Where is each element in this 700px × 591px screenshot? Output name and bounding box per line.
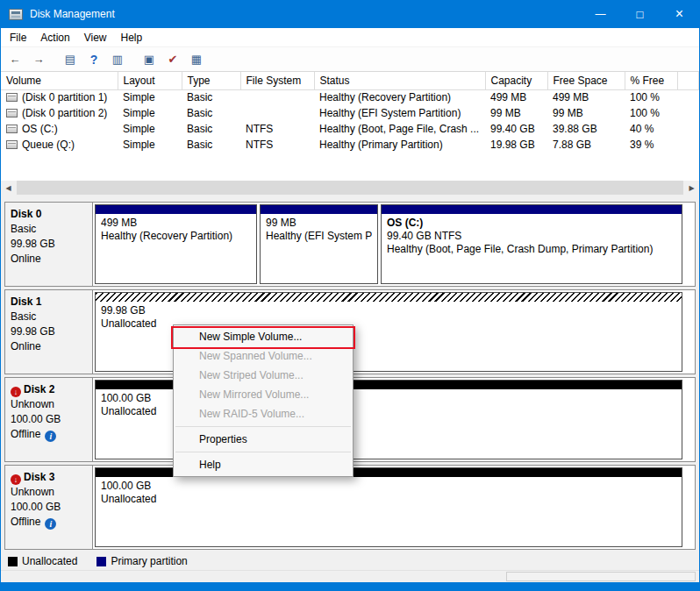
scroll-left-icon[interactable]: ◀ — [1, 181, 16, 195]
disk-2-header[interactable]: ↓Disk 2 Unknown 100.00 GB Offlinei — [5, 378, 93, 461]
cell-free-space: 39.88 GB — [547, 121, 625, 137]
table-empty-area — [1, 153, 699, 181]
disk-name: Disk 1 — [11, 295, 87, 310]
scrollbar-thumb[interactable] — [17, 181, 683, 195]
back-icon[interactable]: ← — [7, 53, 23, 66]
forward-icon[interactable]: → — [31, 53, 46, 66]
col-volume[interactable]: Volume — [1, 72, 118, 89]
table-row[interactable]: (Disk 0 partition 2) Simple Basic Health… — [1, 105, 699, 121]
legend-unallocated: Unallocated — [8, 555, 77, 567]
col-pct-free[interactable]: % Free — [625, 72, 677, 89]
disk-kind: Basic — [11, 222, 87, 237]
menubar: File Action View Help — [1, 28, 699, 47]
table-row[interactable]: OS (C:) Simple Basic NTFS Healthy (Boot,… — [1, 121, 699, 137]
disk-kind: Unknown — [11, 397, 87, 412]
app-icon — [9, 9, 23, 20]
disk-row-3: ↓Disk 3 Unknown 100.00 GB Offlinei 100.0… — [4, 465, 696, 550]
check-disk-icon[interactable]: ✔ — [165, 53, 181, 66]
partition-efi[interactable]: 99 MB Healthy (EFI System Pa — [260, 204, 378, 284]
table-row[interactable]: (Disk 0 partition 1) Simple Basic Health… — [1, 89, 699, 105]
unallocated-swatch — [8, 557, 18, 566]
cell-status: Healthy (Boot, Page File, Crash ... — [314, 121, 485, 137]
col-filler — [677, 72, 699, 89]
table-header-row: Volume Layout Type File System Status Ca… — [1, 72, 699, 89]
maximize-button[interactable]: □ — [620, 0, 660, 28]
col-free-space[interactable]: Free Space — [547, 72, 625, 89]
primary-partition-band — [382, 205, 682, 214]
volume-icon — [6, 109, 18, 117]
disk-name: Disk 3 — [24, 471, 54, 483]
disk-0-header[interactable]: Disk 0 Basic 99.98 GB Online — [5, 203, 93, 286]
cell-pct-free: 39 % — [625, 137, 677, 153]
cell-free-space: 7.88 GB — [547, 137, 625, 153]
partition-recovery[interactable]: 499 MB Healthy (Recovery Partition) — [95, 204, 257, 284]
cell-capacity: 499 MB — [485, 89, 547, 105]
disk-size: 99.98 GB — [11, 237, 87, 252]
cell-file-system: NTFS — [240, 137, 314, 153]
col-file-system[interactable]: File System — [240, 72, 314, 89]
partition-label: OS (C:) — [387, 217, 676, 230]
partition-size: 99.40 GB NTFS — [387, 230, 676, 243]
toolbar: ← → ▤ ? ▥ ▣ ✔ ▦ — [1, 47, 699, 72]
disk-name: Disk 2 — [24, 383, 54, 395]
menu-separator — [175, 452, 351, 452]
help-icon[interactable]: ? — [86, 53, 102, 67]
cell-layout: Simple — [118, 137, 182, 153]
col-status[interactable]: Status — [314, 72, 485, 89]
partition-status: Healthy (Boot, Page File, Crash Dump, Pr… — [387, 243, 676, 256]
menu-item-help[interactable]: Help — [174, 455, 353, 474]
menu-item-new-spanned-volume: New Spanned Volume... — [174, 346, 353, 366]
primary-partition-band — [96, 205, 256, 214]
horizontal-scrollbar[interactable]: ◀ ▶ — [1, 181, 699, 195]
volume-name: (Disk 0 partition 1) — [22, 91, 107, 103]
disk-kind: Unknown — [11, 485, 87, 500]
cell-status: Healthy (Primary Partition) — [314, 137, 485, 153]
menu-item-new-raid5-volume: New RAID-5 Volume... — [174, 404, 353, 424]
cell-layout: Simple — [118, 89, 182, 105]
info-icon[interactable]: i — [45, 518, 56, 530]
cell-free-space: 499 MB — [547, 89, 625, 105]
menu-file[interactable]: File — [3, 29, 33, 46]
disk-row-0: Disk 0 Basic 99.98 GB Online 499 MB Heal… — [4, 202, 696, 287]
minimize-button[interactable]: — — [581, 0, 620, 28]
menu-item-new-simple-volume[interactable]: New Simple Volume... — [174, 327, 353, 346]
partition-size: 99.98 GB — [101, 304, 676, 317]
cell-layout: Simple — [118, 121, 182, 137]
partition-os-c[interactable]: OS (C:) 99.40 GB NTFS Healthy (Boot, Pag… — [381, 204, 682, 284]
popup-icon[interactable]: ▣ — [141, 53, 157, 66]
disk-size: 99.98 GB — [11, 324, 87, 339]
menu-item-properties[interactable]: Properties — [174, 430, 353, 449]
disk-3-partition-area: 100.00 GB Unallocated — [93, 466, 695, 549]
disk-3-header[interactable]: ↓Disk 3 Unknown 100.00 GB Offlinei — [5, 466, 93, 549]
legend-label: Primary partition — [111, 555, 187, 567]
disk-status: Offline — [11, 428, 40, 440]
details-icon[interactable]: ▦ — [189, 53, 204, 66]
cell-file-system — [240, 89, 314, 105]
cell-capacity: 19.98 GB — [485, 137, 547, 153]
cell-type: Basic — [182, 105, 240, 121]
context-menu: New Simple Volume... New Spanned Volume.… — [173, 324, 354, 477]
action-pane-icon[interactable]: ▥ — [110, 53, 125, 66]
cell-pct-free: 100 % — [625, 105, 677, 121]
col-capacity[interactable]: Capacity — [485, 72, 547, 89]
close-button[interactable]: × — [660, 0, 699, 28]
menu-view[interactable]: View — [77, 29, 114, 46]
col-type[interactable]: Type — [182, 72, 240, 89]
disk-1-header[interactable]: Disk 1 Basic 99.98 GB Online — [5, 290, 93, 374]
console-tree-icon[interactable]: ▤ — [62, 53, 78, 66]
cell-file-system: NTFS — [240, 121, 314, 137]
partition-size: 99 MB — [266, 217, 372, 230]
volume-icon — [6, 140, 18, 149]
info-icon[interactable]: i — [45, 431, 56, 442]
unallocated-space-disk-3[interactable]: 100.00 GB Unallocated — [95, 467, 682, 547]
col-layout[interactable]: Layout — [118, 72, 182, 89]
window-title: Disk Management — [30, 8, 115, 20]
menu-separator — [175, 426, 351, 427]
disk-size: 100.00 GB — [11, 500, 87, 515]
menu-item-new-mirrored-volume: New Mirrored Volume... — [174, 385, 353, 404]
scroll-right-icon[interactable]: ▶ — [684, 181, 699, 195]
table-row[interactable]: Queue (Q:) Simple Basic NTFS Healthy (Pr… — [1, 137, 699, 153]
disk-status: Online — [11, 339, 87, 354]
menu-help[interactable]: Help — [114, 29, 150, 46]
menu-action[interactable]: Action — [33, 29, 76, 46]
